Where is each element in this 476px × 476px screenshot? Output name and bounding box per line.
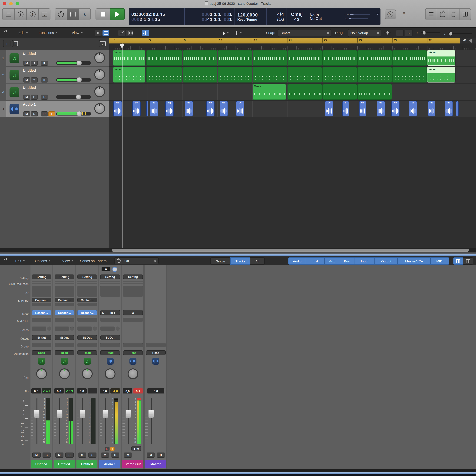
audio-clip-uc[interactable]: uc (376, 101, 385, 117)
vertical-zoom-slider[interactable] (421, 32, 441, 33)
mixer-menu-options[interactable]: Options (35, 256, 51, 265)
horizontal-zoom-slider[interactable] (448, 33, 472, 34)
drag-dropdown[interactable]: No Overlap (348, 29, 381, 37)
scope-all[interactable]: All (250, 257, 265, 265)
playhead-line[interactable] (122, 43, 122, 248)
volume-slider[interactable] (56, 95, 91, 99)
midi-region[interactable] (218, 67, 252, 83)
filter-bus[interactable]: Bus (339, 257, 355, 265)
mute-button[interactable]: M (23, 94, 30, 100)
audio-track-icon[interactable] (10, 104, 19, 114)
channel-strip-audio-1[interactable]: 0SettingOIn 1St OutRead0,0-1,60369121518… (99, 265, 121, 469)
track-lanes[interactable]: VerseVerseVerseVerseVerseucucucucpucucuc… (109, 50, 476, 118)
midi-fx-empty-slot[interactable] (55, 303, 74, 306)
fader-cap[interactable] (102, 410, 108, 418)
audio-clip-uc[interactable]: uc (325, 101, 333, 117)
record-button[interactable]: R (41, 61, 48, 66)
track-header-config-button[interactable]: ∨ (99, 40, 106, 47)
audio-clip-u[interactable]: u (342, 101, 349, 117)
window-split-divider[interactable] (0, 252, 476, 254)
send-knob[interactable] (70, 326, 74, 331)
audio-clip-uc[interactable]: uc (220, 101, 228, 117)
midi-fx-empty-slot[interactable] (77, 303, 97, 306)
strip-solo-button[interactable]: S (43, 453, 51, 458)
midi-fx-button[interactable]: Captain... (32, 298, 51, 302)
filter-master-vca[interactable]: Master/VCA (397, 257, 431, 265)
automation-button[interactable]: Read (32, 350, 51, 355)
filter-input[interactable]: Input (354, 257, 375, 265)
audio-clip-uc[interactable]: uc (444, 101, 453, 117)
midi-region[interactable] (288, 67, 322, 83)
send-slot[interactable] (100, 326, 115, 331)
audio-clip-uc[interactable]: uc (113, 101, 122, 117)
play-button[interactable] (110, 8, 125, 20)
send-slot[interactable] (32, 326, 46, 331)
scrollbar-thumb[interactable] (112, 249, 469, 252)
strip-name[interactable]: Untitled (31, 460, 52, 468)
volume-thumb[interactable] (76, 94, 81, 100)
menu-edit[interactable]: Edit (18, 28, 28, 38)
filter-aux[interactable]: Aux (324, 257, 340, 265)
output-button[interactable]: St Out (100, 335, 120, 340)
volume-slider[interactable] (56, 61, 91, 65)
input-button[interactable]: Reason... (55, 310, 74, 315)
strip-mute-button[interactable]: M (55, 453, 64, 458)
track-header-untitled[interactable]: 3♫UntitledMSR (0, 84, 109, 101)
record-button[interactable]: R (41, 94, 48, 100)
midi-region-verse[interactable]: Verse (113, 67, 146, 83)
fader-cap[interactable] (148, 410, 154, 418)
waveform-zoom-button[interactable] (385, 28, 390, 38)
db-peak-value[interactable] (87, 389, 97, 393)
strip-pan-knob[interactable] (105, 368, 116, 379)
db-peak-value[interactable]: 0,1 (133, 389, 143, 393)
strip-name[interactable]: Untitled (54, 460, 75, 468)
setting-button[interactable]: Setting (55, 274, 74, 279)
midi-track-icon[interactable]: ♫ (10, 53, 19, 63)
db-fader-value[interactable]: 0,0 (32, 389, 41, 393)
strip-input-monitor-button[interactable]: I (110, 447, 115, 451)
toolbar-toggle-button[interactable]: ∨ (38, 8, 51, 20)
bottom-window-divider[interactable] (0, 472, 476, 475)
window-split-highlight[interactable] (0, 254, 476, 256)
record-button[interactable]: R (41, 78, 48, 83)
output-button[interactable]: St Out (77, 335, 97, 340)
fader-cap[interactable] (57, 410, 63, 418)
midi-region[interactable] (218, 50, 252, 66)
dim-button[interactable]: D (157, 453, 165, 458)
master-mute-button[interactable]: ✕ (385, 10, 396, 19)
sends-on-faders-dropdown[interactable]: Off (114, 257, 159, 264)
solo-button[interactable]: S (31, 111, 38, 117)
midi-region[interactable] (146, 50, 182, 66)
mute-button[interactable]: M (23, 78, 30, 83)
strip-record-button[interactable]: R (105, 447, 109, 451)
output-button[interactable]: St Out (55, 335, 74, 340)
input-button[interactable]: Reason... (77, 310, 97, 315)
strip-name[interactable]: Master (145, 460, 166, 468)
note-pads-button[interactable] (437, 8, 448, 20)
audio-clip-uc[interactable]: uc (359, 101, 366, 117)
catch-playhead-button[interactable] (4, 28, 7, 38)
strip-pan-knob[interactable] (128, 368, 138, 379)
smart-controls-button[interactable] (55, 8, 67, 20)
vzoom-thumb[interactable] (423, 31, 425, 34)
filter-output[interactable]: Output (374, 257, 398, 265)
audio-clip-uc[interactable]: uc (185, 101, 193, 117)
strip-mute-button[interactable]: M (32, 453, 41, 458)
track-header-untitled[interactable]: 2♫UntitledMSR (0, 67, 109, 84)
eq-slot[interactable] (123, 286, 143, 297)
pan-knob[interactable] (94, 103, 105, 114)
audio-fx-slot[interactable] (55, 318, 74, 322)
midi-region[interactable] (146, 67, 182, 83)
send-slot[interactable] (55, 326, 69, 331)
eq-slot[interactable] (55, 286, 74, 297)
toolbar-overflow-chevron[interactable]: » (403, 10, 406, 15)
empty-lane-area[interactable] (109, 118, 476, 248)
catch-mode-button[interactable] (141, 30, 149, 36)
mute-button[interactable]: M (23, 61, 30, 66)
strip-pan-knob[interactable] (82, 368, 93, 379)
group-slot[interactable] (146, 343, 166, 347)
midi-region[interactable] (288, 84, 322, 100)
automation-button[interactable]: Read (100, 350, 120, 355)
eq-slot[interactable] (77, 286, 97, 297)
eq-slot[interactable] (100, 286, 120, 297)
